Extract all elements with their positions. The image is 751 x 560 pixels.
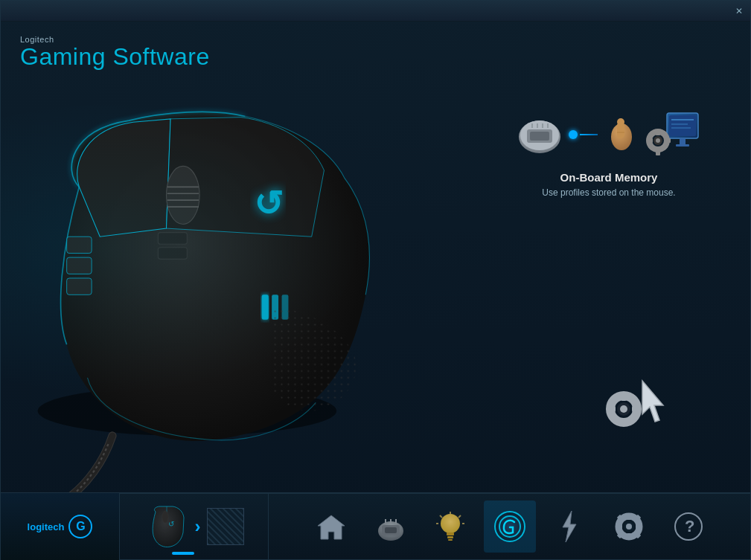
onboard-title: On-Board Memory bbox=[512, 171, 706, 184]
device-mouse-thumb[interactable]: ↺ bbox=[144, 504, 189, 549]
main-content: ↺ bbox=[1, 77, 750, 492]
svg-point-26 bbox=[617, 118, 624, 126]
svg-text:?: ? bbox=[685, 517, 694, 535]
svg-point-1 bbox=[167, 167, 200, 225]
svg-point-68 bbox=[441, 514, 460, 533]
svg-rect-39 bbox=[656, 149, 660, 155]
onboard-desc: Use profiles stored on the mouse. bbox=[512, 187, 706, 198]
svg-marker-57 bbox=[642, 381, 663, 422]
logo-label: logitech bbox=[28, 521, 65, 532]
device-arrow[interactable]: › bbox=[195, 516, 201, 537]
svg-rect-12 bbox=[262, 295, 269, 319]
mouse-svg: ↺ bbox=[1, 77, 462, 492]
svg-rect-7 bbox=[67, 257, 92, 274]
svg-marker-79 bbox=[563, 511, 576, 542]
header: Logitech Gaming Software bbox=[1, 22, 750, 77]
svg-point-82 bbox=[626, 524, 632, 530]
nav-power-button[interactable] bbox=[543, 501, 595, 553]
svg-point-59 bbox=[162, 511, 168, 523]
logo-text: logitech G bbox=[28, 515, 93, 538]
svg-rect-41 bbox=[665, 138, 671, 143]
app-title: Gaming Software bbox=[20, 44, 731, 70]
close-button[interactable]: ✕ bbox=[734, 6, 744, 16]
svg-rect-9 bbox=[158, 233, 187, 245]
svg-line-72 bbox=[440, 515, 442, 518]
svg-point-37 bbox=[656, 138, 660, 143]
mode-connector bbox=[569, 130, 598, 139]
nav-memory-button[interactable] bbox=[365, 501, 417, 553]
mouse-chip-icon[interactable] bbox=[514, 107, 566, 162]
svg-marker-61 bbox=[318, 515, 345, 539]
svg-rect-19 bbox=[530, 132, 549, 141]
device-pattern bbox=[207, 508, 244, 545]
svg-rect-29 bbox=[669, 115, 696, 136]
nav-home-button[interactable] bbox=[305, 501, 357, 553]
svg-rect-85 bbox=[616, 524, 622, 529]
svg-rect-10 bbox=[158, 248, 187, 260]
svg-rect-84 bbox=[627, 533, 631, 539]
nav-onboard-button[interactable] bbox=[484, 501, 536, 553]
svg-rect-70 bbox=[447, 536, 453, 538]
onboard-memory-panel: On-Board Memory Use profiles stored on t… bbox=[512, 107, 706, 198]
nav-icons: ? bbox=[269, 493, 750, 560]
nav-lighting-button[interactable] bbox=[424, 501, 476, 553]
svg-rect-49 bbox=[621, 393, 627, 401]
svg-text:↺: ↺ bbox=[168, 520, 174, 528]
svg-rect-86 bbox=[636, 524, 642, 529]
svg-rect-50 bbox=[621, 419, 627, 426]
toolbar: logitech G ↺ › bbox=[1, 492, 750, 559]
title-bar: ✕ bbox=[1, 1, 750, 22]
svg-rect-64 bbox=[385, 527, 397, 533]
svg-rect-8 bbox=[67, 278, 92, 295]
logitech-logo[interactable]: logitech G bbox=[1, 493, 120, 560]
cursor-icon[interactable] bbox=[601, 113, 642, 157]
device-section: ↺ › bbox=[120, 493, 269, 560]
svg-rect-51 bbox=[608, 406, 616, 412]
mode-icons bbox=[512, 107, 706, 162]
svg-rect-52 bbox=[632, 406, 639, 412]
device-indicator bbox=[172, 552, 194, 555]
svg-rect-6 bbox=[67, 236, 92, 253]
svg-rect-83 bbox=[627, 514, 631, 520]
svg-rect-38 bbox=[656, 129, 660, 135]
svg-rect-71 bbox=[448, 539, 453, 541]
svg-rect-34 bbox=[676, 144, 689, 147]
svg-point-48 bbox=[620, 405, 627, 413]
svg-line-73 bbox=[458, 515, 461, 518]
main-window: ✕ Logitech Gaming Software bbox=[0, 0, 751, 560]
cursor-settings-icon[interactable] bbox=[601, 373, 668, 433]
logitech-g-icon: G bbox=[68, 515, 92, 538]
mouse-display: ↺ bbox=[1, 77, 462, 492]
svg-rect-33 bbox=[680, 138, 686, 144]
settings-screen-icon[interactable] bbox=[645, 107, 704, 162]
svg-rect-69 bbox=[447, 532, 454, 535]
svg-text:↺: ↺ bbox=[254, 185, 283, 224]
svg-rect-40 bbox=[647, 138, 653, 143]
nav-settings-button[interactable] bbox=[603, 501, 655, 553]
nav-help-button[interactable]: ? bbox=[662, 501, 715, 553]
